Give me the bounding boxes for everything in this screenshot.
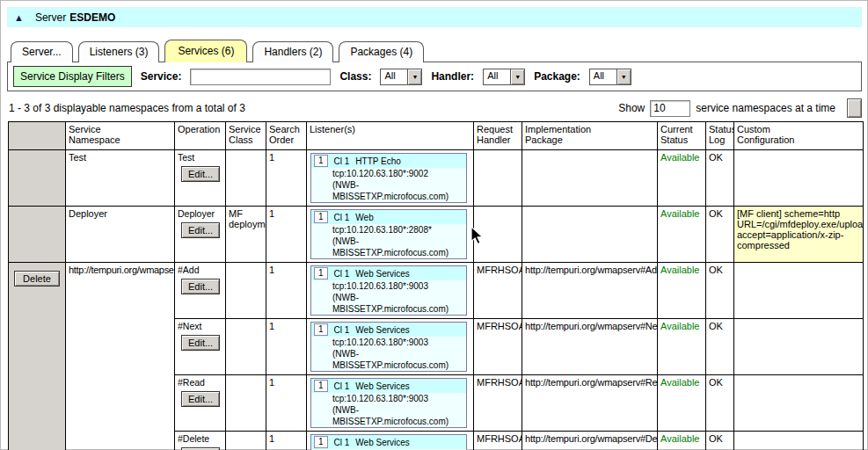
current-status-cell: Available	[658, 319, 706, 375]
listener-endpoint: tcp:10.120.63.180*:9003	[311, 280, 466, 292]
truncated-edge-button[interactable]	[847, 98, 862, 118]
custom-config-cell	[734, 375, 864, 432]
chevron-down-icon: ▼	[616, 69, 631, 84]
tab-packages[interactable]: Packages (4)	[339, 41, 424, 62]
custom-config-cell	[734, 319, 864, 375]
listener-name: Web Services	[355, 325, 410, 335]
listener-box: 1 Cl 1 Web Services tcp:10.120.63.180*:9…	[310, 322, 467, 372]
status-available: Available	[660, 152, 699, 163]
operation-cell: Test Edit...	[175, 150, 226, 207]
service-filter-input[interactable]	[190, 69, 331, 85]
edit-button[interactable]: Edit...	[181, 222, 220, 238]
listener-name: Web Services	[355, 269, 410, 279]
service-filter-label: Service:	[141, 70, 182, 83]
listeners-cell: 1 Cl 1 Web Services tcp:10.120.63.180*:9…	[307, 432, 474, 450]
implementation-package-cell	[522, 150, 658, 207]
operation-name: #Delete	[178, 433, 222, 444]
header-implementation-package: Implementation Package	[522, 122, 658, 150]
header-search-order: Search Order	[266, 122, 307, 150]
search-order-cell: 1	[266, 432, 307, 450]
listener-header: 1 Cl 1 HTTP Echo	[311, 154, 466, 168]
search-order-cell: 1	[266, 263, 307, 319]
header-custom-configuration: Custom Configuration	[734, 122, 864, 150]
tab-server[interactable]: Server...	[11, 41, 73, 62]
request-handler-cell: MFRHSOAP	[474, 263, 522, 319]
service-class-cell: MF deployment	[226, 207, 266, 263]
implementation-package-cell: http://tempuri.org/wmapserv#Read	[522, 375, 658, 432]
namespace-cell: Test	[66, 150, 175, 207]
current-status-cell: Available	[658, 150, 706, 207]
service-class-cell	[226, 319, 266, 375]
status-log-cell: OK	[706, 263, 734, 319]
listener-endpoint: tcp:10.120.63.180*:9003	[311, 337, 466, 348]
listener-host: (NWB-MBISSETXP.microfocus.com)	[311, 348, 466, 371]
class-filter-label: Class:	[339, 70, 371, 83]
class-select[interactable]: All ▼	[380, 69, 422, 85]
implementation-package-cell: http://tempuri.org/wmapserv#Add	[522, 263, 658, 319]
edit-button[interactable]: Edit...	[181, 279, 220, 294]
listener-index: 1	[314, 323, 328, 336]
filter-panel-label: Service Display Filters	[13, 66, 132, 87]
search-order-cell: 1	[266, 150, 307, 207]
edit-button[interactable]: Edit...	[181, 335, 220, 351]
current-status-cell: Available	[658, 375, 706, 432]
request-handler-cell	[474, 150, 522, 207]
listener-index: 1	[314, 267, 328, 279]
row-actions-cell	[9, 207, 66, 263]
show-suffix-label: service namespaces at a time	[696, 102, 835, 114]
operation-name: #Add	[178, 265, 222, 275]
listeners-cell: 1 Cl 1 HTTP Echo tcp:10.120.63.180*:9002…	[307, 150, 474, 207]
operation-cell: #Delete Edit...	[175, 432, 226, 450]
listener-name: HTTP Echo	[355, 156, 401, 166]
custom-config-cell: [MF client] scheme=http URL=/cgi/mfdeplo…	[734, 207, 864, 263]
status-available: Available	[660, 208, 699, 219]
listener-endpoint: tcp:10.120.63.180*:9002	[311, 168, 466, 179]
chevron-down-icon: ▼	[407, 69, 421, 84]
listener-header: 1 Cl 1 Web Services	[311, 323, 466, 337]
delete-button[interactable]: Delete	[14, 271, 60, 287]
operation-cell: #Add Edit...	[175, 263, 226, 319]
status-available: Available	[660, 433, 699, 444]
edit-button[interactable]: Edit...	[181, 391, 220, 407]
collapse-triangle-icon[interactable]: ▲	[11, 12, 26, 23]
service-class-cell	[226, 432, 266, 450]
listener-conversation: Cl 1	[334, 381, 350, 391]
edit-button[interactable]: Edit...	[181, 166, 220, 182]
package-select[interactable]: All ▼	[589, 69, 631, 85]
header-namespace: Service Namespace	[66, 122, 175, 150]
tab-services[interactable]: Services (6)	[164, 40, 247, 62]
header-status-log: Status Log	[706, 122, 734, 150]
operation-cell: #Next Edit...	[175, 319, 226, 375]
header-current-status: Current Status	[658, 122, 706, 150]
search-order-cell: 1	[266, 319, 307, 375]
admin-page: ▲ ServerESDEMO Server... Listeners (3) S…	[0, 0, 868, 450]
listeners-cell: 1 Cl 1 Web Services tcp:10.120.63.180*:9…	[307, 319, 474, 375]
header-request-handler: Request Handler	[474, 122, 522, 150]
request-handler-cell: MFRHSOAP	[474, 432, 522, 450]
pagination-row: 1 - 3 of 3 displayable namespaces from a…	[9, 98, 862, 118]
operation-cell: Deployer Edit...	[175, 207, 226, 263]
search-order-cell: 1	[266, 207, 307, 263]
handler-select-value: All	[484, 69, 510, 84]
server-label: Server	[35, 11, 66, 24]
listener-endpoint: tcp:10.120.63.180*:9003	[311, 393, 466, 404]
show-count-input[interactable]	[650, 100, 690, 117]
tab-handlers[interactable]: Handlers (2)	[252, 41, 333, 62]
listener-index: 1	[314, 436, 328, 448]
header-actions	[9, 122, 66, 150]
tab-listeners[interactable]: Listeners (3)	[78, 41, 160, 62]
operation-name: Deployer	[178, 208, 222, 219]
listener-header: 1 Cl 1 Web Services	[311, 379, 466, 393]
table-row: Delete http://tempuri.org/wmapserv #Add …	[9, 263, 864, 319]
request-handler-cell: MFRHSOAP	[474, 319, 522, 375]
tab-bar: Server... Listeners (3) Services (6) Han…	[11, 40, 867, 62]
listener-conversation: Cl 1	[334, 213, 350, 222]
services-table: Service Namespace Operation Service Clas…	[8, 121, 864, 450]
row-actions-cell	[9, 150, 66, 207]
handler-select[interactable]: All ▼	[483, 69, 525, 85]
listener-box: 1 Cl 1 Web Services tcp:10.120.63.180*:9…	[310, 434, 467, 450]
package-select-value: All	[590, 69, 616, 84]
mouse-cursor-icon	[468, 226, 485, 245]
package-filter-label: Package:	[534, 70, 580, 83]
listener-host: (NWB-MBISSETXP.microfocus.com)	[311, 236, 466, 258]
